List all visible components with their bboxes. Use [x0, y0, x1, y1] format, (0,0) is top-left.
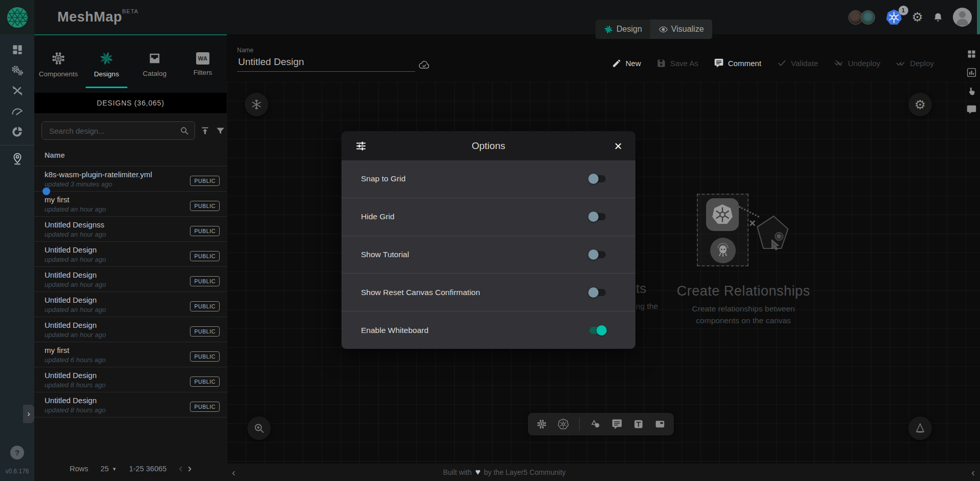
chart-panel-icon[interactable]: [966, 67, 977, 78]
sidebar-item-lifecycle[interactable]: [0, 60, 34, 80]
zoom-in-button[interactable]: [247, 416, 271, 440]
user-profile-avatar[interactable]: [953, 8, 972, 27]
sidebar-item-extensions[interactable]: [0, 121, 34, 142]
designs-panel: Components: [34, 34, 227, 481]
dock-shapes-icon[interactable]: [590, 419, 601, 430]
panel-tab-filters[interactable]: WA Filters: [179, 35, 227, 93]
design-list-item[interactable]: Untitled Design updated an hour ago PUBL…: [34, 267, 227, 292]
dock-comment-icon[interactable]: [611, 419, 623, 430]
design-info: Untitled Design updated 8 hours ago: [45, 396, 105, 417]
wasm-filters-icon: WA: [196, 52, 209, 65]
sidebar-item-performance[interactable]: [0, 101, 34, 121]
design-list-item[interactable]: Untitled Design updated an hour ago PUBL…: [34, 292, 227, 317]
visibility-badge: PUBLIC: [190, 176, 220, 186]
close-icon[interactable]: ×: [614, 139, 622, 153]
squid-mascot-icon: [714, 242, 732, 259]
panel-tab-designs[interactable]: Designs: [82, 35, 131, 93]
visibility-badge: PUBLIC: [190, 226, 220, 236]
hidden-card-desc-fragment: ng the: [636, 302, 658, 311]
option-toggle[interactable]: [588, 212, 607, 222]
panel-expand-handle[interactable]: ›: [23, 405, 34, 423]
eye-icon: [658, 25, 668, 34]
search-input[interactable]: [48, 126, 179, 136]
auto-layout-button[interactable]: [245, 93, 268, 116]
design-list-item[interactable]: my first updated an hour ago PUBLIC: [34, 192, 227, 217]
dock-media-icon[interactable]: [654, 419, 666, 430]
panel-tab-catalog[interactable]: Catalog: [131, 35, 179, 93]
header-right-controls: 1 ⚙: [848, 0, 972, 34]
double-check-icon: [896, 58, 906, 68]
design-list-item[interactable]: my first updated 6 hours ago PUBLIC: [34, 342, 227, 367]
option-toggle[interactable]: [588, 287, 607, 298]
design-list-item[interactable]: Untitled Design updated an hour ago PUBL…: [34, 317, 227, 342]
new-button[interactable]: New: [612, 58, 641, 68]
canvas-footer: ‹ Built with ♥ by the Layer5 Community ‹: [227, 464, 980, 481]
next-page-button[interactable]: ›: [188, 463, 191, 474]
footer-right-chevron[interactable]: ‹: [971, 466, 975, 479]
design-name-input[interactable]: [237, 56, 415, 72]
notifications-bell-icon[interactable]: [932, 11, 944, 24]
layer5-mesh-logo-icon: [7, 7, 28, 28]
kubernetes-context-button[interactable]: 1: [885, 9, 903, 26]
deploy-button[interactable]: Deploy: [896, 58, 934, 68]
undeploy-button[interactable]: Undeploy: [834, 58, 880, 68]
help-button[interactable]: ?: [10, 446, 24, 459]
collaborator-avatars[interactable]: [848, 10, 876, 25]
option-toggle[interactable]: [588, 325, 607, 336]
rows-per-page-select[interactable]: 25 ▾: [100, 465, 116, 473]
previous-page-button[interactable]: ‹: [179, 463, 182, 474]
settings-gear-icon[interactable]: ⚙: [912, 11, 923, 24]
comments-panel-icon[interactable]: [966, 104, 977, 115]
comment-icon: [714, 58, 724, 68]
visibility-badge: PUBLIC: [190, 377, 220, 387]
pagination-range: 1-25 36065: [129, 465, 166, 473]
comment-button[interactable]: Comment: [714, 58, 761, 68]
import-design-icon[interactable]: [200, 126, 210, 136]
tab-design[interactable]: Design: [595, 19, 650, 39]
validate-button[interactable]: Validate: [777, 58, 818, 68]
dock-text-icon[interactable]: [633, 419, 644, 430]
visibility-badge: PUBLIC: [190, 251, 220, 261]
option-label: Show Tutorial: [361, 250, 409, 259]
check-icon: [777, 58, 787, 68]
onboarding-cursor-icon: [769, 238, 782, 252]
panel-tab-label: Designs: [94, 71, 119, 78]
pencil-icon: [612, 58, 622, 68]
tab-visualize[interactable]: Visualize: [650, 19, 712, 39]
design-list-item[interactable]: k8s-wasm-plugin-ratelimiter.yml updated …: [34, 166, 227, 192]
canvas-settings-button[interactable]: ⚙: [908, 93, 932, 116]
option-toggle[interactable]: [588, 174, 607, 184]
design-list-item[interactable]: Untitled Design updated 8 hours ago PUBL…: [34, 392, 227, 417]
save-as-button[interactable]: Save As: [656, 58, 698, 68]
design-info: Untitled Design updated an hour ago: [45, 296, 106, 317]
collaborator-avatar-2[interactable]: [861, 10, 875, 25]
interact-hand-icon[interactable]: [966, 86, 977, 96]
undeploy-icon: [834, 58, 844, 68]
panel-tab-components[interactable]: Components: [34, 35, 82, 93]
sidebar-item-kanvas[interactable]: [0, 149, 34, 169]
dock-kubernetes-icon[interactable]: [558, 419, 569, 430]
design-info: Untitled Designss updated an hour ago: [45, 220, 106, 241]
design-list-item[interactable]: Untitled Design updated 8 hours ago PUBL…: [34, 367, 227, 392]
design-list-item[interactable]: Untitled Designss updated an hour ago PU…: [34, 217, 227, 242]
reset-view-button[interactable]: [908, 416, 932, 440]
sidebar-item-dashboard[interactable]: [0, 39, 34, 60]
option-toggle[interactable]: [588, 249, 607, 260]
option-row: Hide Grid: [342, 198, 635, 236]
search-icon[interactable]: [179, 126, 189, 136]
layer5-logo[interactable]: [0, 0, 34, 34]
floppy-disk-icon: [656, 58, 666, 68]
design-updated: updated an hour ago: [45, 306, 106, 313]
dock-components-icon[interactable]: [536, 419, 547, 430]
sidebar-item-configuration[interactable]: [0, 80, 34, 101]
canvas-actions-toolbar: New Save As Comment: [612, 58, 934, 68]
design-updated: updated an hour ago: [45, 231, 106, 238]
design-list-item[interactable]: Untitled Design updated an hour ago PUBL…: [34, 242, 227, 267]
toggle-knob: [596, 325, 607, 336]
design-info: k8s-wasm-plugin-ratelimiter.yml updated …: [45, 170, 152, 191]
design-name: my first: [45, 195, 106, 204]
dashboard-icon: [11, 43, 24, 56]
layouts-grid-icon[interactable]: [966, 49, 977, 59]
filter-funnel-icon[interactable]: [215, 126, 226, 136]
footer-left-chevron[interactable]: ‹: [232, 466, 236, 479]
